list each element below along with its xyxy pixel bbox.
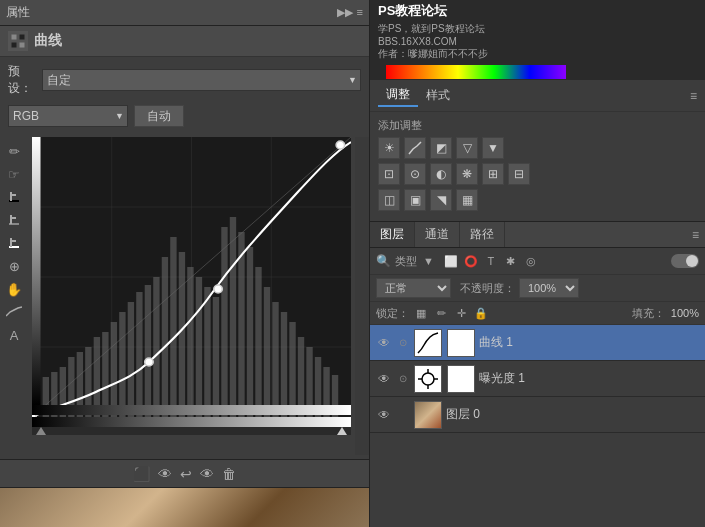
- curves-wave-tool[interactable]: [4, 302, 24, 322]
- filter-icon1[interactable]: ⬜: [442, 252, 460, 270]
- finger-tool[interactable]: ☞: [4, 164, 24, 184]
- eye-icon1[interactable]: 👁: [158, 466, 172, 482]
- curves-icon: [8, 31, 28, 51]
- zoom-tool[interactable]: ⊕: [4, 256, 24, 276]
- lock-paint-icon[interactable]: ✏: [433, 305, 449, 321]
- svg-rect-28: [102, 332, 108, 417]
- tab-adjustments[interactable]: 调整: [378, 84, 418, 107]
- hsl-icon[interactable]: ⊡: [378, 163, 400, 185]
- blend-mode-select[interactable]: 正常: [376, 278, 451, 298]
- curves-adj-icon[interactable]: [404, 137, 426, 159]
- promo-line3: 作者：嗲娜姐而不不不步: [378, 47, 697, 61]
- layer-item-exposure[interactable]: 👁 ⊙ 曝光度 1: [370, 361, 705, 397]
- curves-graph-container[interactable]: [32, 137, 351, 455]
- channel-select[interactable]: RGB: [8, 105, 128, 127]
- hand-tool[interactable]: ✋: [4, 279, 24, 299]
- exposure-icon[interactable]: ◩: [430, 137, 452, 159]
- preview-image: [0, 488, 369, 527]
- promo-line1: 学PS，就到PS教程论坛: [378, 22, 697, 36]
- blend-select-wrapper: 正常: [376, 278, 456, 298]
- svg-point-56: [145, 358, 154, 366]
- adj-icons-row1: ☀ ◩ ▽ ▼: [378, 137, 697, 159]
- channel-mixer-icon[interactable]: ⊞: [482, 163, 504, 185]
- lock-label: 锁定：: [376, 306, 409, 321]
- left-slider-triangle[interactable]: [36, 427, 46, 435]
- layer-mask-exposure: [447, 365, 475, 393]
- filter-icon2[interactable]: ⭕: [462, 252, 480, 270]
- svg-rect-3: [19, 42, 25, 48]
- layers-panel: 图层 通道 路径 ≡ 🔍 类型 ▼ ⬜ ⭕ T ✱ ◎: [370, 222, 705, 527]
- layer-item-bg[interactable]: 👁 图层 0: [370, 397, 705, 433]
- layer-thumb-curves: [414, 329, 442, 357]
- preset-select[interactable]: 自定: [42, 69, 361, 91]
- eyedropper-gray[interactable]: [4, 210, 24, 230]
- expand-icon[interactable]: ▶▶: [337, 6, 353, 19]
- adj-panel-menu[interactable]: ≡: [690, 89, 697, 103]
- lock-transparent-icon[interactable]: ▦: [413, 305, 429, 321]
- filter-toggle[interactable]: [671, 254, 699, 268]
- layer-item-curves[interactable]: 👁 ⊙ 曲线 1: [370, 325, 705, 361]
- filter-icon3[interactable]: T: [482, 252, 500, 270]
- tab-paths[interactable]: 路径: [460, 222, 505, 247]
- svg-point-58: [336, 141, 345, 149]
- svg-rect-46: [255, 267, 261, 417]
- layer-eye-bg[interactable]: 👁: [376, 407, 392, 423]
- gradient-map-icon[interactable]: ▦: [456, 189, 478, 211]
- svg-rect-49: [281, 312, 287, 417]
- svg-rect-36: [170, 237, 176, 417]
- lock-move-icon[interactable]: ✛: [453, 305, 469, 321]
- menu-icon[interactable]: ≡: [357, 6, 363, 19]
- colorlookup-icon[interactable]: ⊟: [508, 163, 530, 185]
- layers-panel-menu[interactable]: ≡: [686, 224, 705, 246]
- eye-icon2[interactable]: 👁: [200, 466, 214, 482]
- layer-link-curves[interactable]: ⊙: [396, 336, 410, 350]
- opacity-select-wrapper: 100%: [519, 278, 579, 298]
- invert-icon[interactable]: ◫: [378, 189, 400, 211]
- right-scrollbar[interactable]: [355, 137, 369, 455]
- fill-label: 填充：: [632, 306, 665, 321]
- tab-layers[interactable]: 图层: [370, 222, 415, 247]
- right-slider-triangle[interactable]: [337, 427, 347, 435]
- layers-tabs: 图层 通道 路径 ≡: [370, 222, 705, 248]
- panel-title: 属性: [6, 4, 30, 21]
- left-panel: 属性 ▶▶ ≡ 曲线 预设： 自定 ▼ RG: [0, 0, 370, 527]
- threshold-icon[interactable]: ◥: [430, 189, 452, 211]
- colorbalance-icon[interactable]: ⊙: [404, 163, 426, 185]
- delete-icon[interactable]: 🗑: [222, 466, 236, 482]
- lock-all-icon[interactable]: 🔒: [473, 305, 489, 321]
- layer-eye-exposure[interactable]: 👁: [376, 371, 392, 387]
- vibrance-icon[interactable]: ▽: [456, 137, 478, 159]
- svg-rect-31: [128, 302, 134, 417]
- adj-icons-row3: ◫ ▣ ◥ ▦: [378, 189, 697, 211]
- filter-icon5[interactable]: ◎: [522, 252, 540, 270]
- adj-icons-row2: ⊡ ⊙ ◐ ❋ ⊞ ⊟: [378, 163, 697, 185]
- svg-rect-2: [11, 42, 17, 48]
- eyedropper-black[interactable]: [4, 187, 24, 207]
- svg-rect-42: [221, 227, 227, 417]
- curves-canvas[interactable]: [32, 137, 351, 417]
- svg-rect-1: [19, 34, 25, 40]
- brightness-icon[interactable]: ☀: [378, 137, 400, 159]
- layer-link-exposure[interactable]: ⊙: [396, 372, 410, 386]
- undo-icon[interactable]: ↩: [180, 466, 192, 482]
- svg-rect-9: [12, 217, 16, 219]
- triangle-icon[interactable]: ▼: [482, 137, 504, 159]
- photofilter-icon[interactable]: ❋: [456, 163, 478, 185]
- svg-rect-32: [136, 292, 142, 417]
- filter-icon4[interactable]: ✱: [502, 252, 520, 270]
- auto-button[interactable]: 自动: [134, 105, 184, 127]
- text-tool[interactable]: A: [4, 325, 24, 345]
- eyedropper-white[interactable]: [4, 233, 24, 253]
- layer-eye-curves[interactable]: 👁: [376, 335, 392, 351]
- promo-line2: BBS.16XX8.COM: [378, 36, 697, 47]
- promo-content: PS教程论坛 学PS，就到PS教程论坛 BBS.16XX8.COM 作者：嗲娜姐…: [370, 0, 705, 80]
- pencil-tool[interactable]: ✏: [4, 141, 24, 161]
- clip-icon[interactable]: ⬛: [133, 466, 150, 482]
- bw-icon[interactable]: ◐: [430, 163, 452, 185]
- posterize-icon[interactable]: ▣: [404, 189, 426, 211]
- tab-channels[interactable]: 通道: [415, 222, 460, 247]
- svg-rect-61: [32, 137, 41, 405]
- tab-styles[interactable]: 样式: [418, 85, 458, 106]
- opacity-select[interactable]: 100%: [519, 278, 579, 298]
- svg-rect-47: [264, 287, 270, 417]
